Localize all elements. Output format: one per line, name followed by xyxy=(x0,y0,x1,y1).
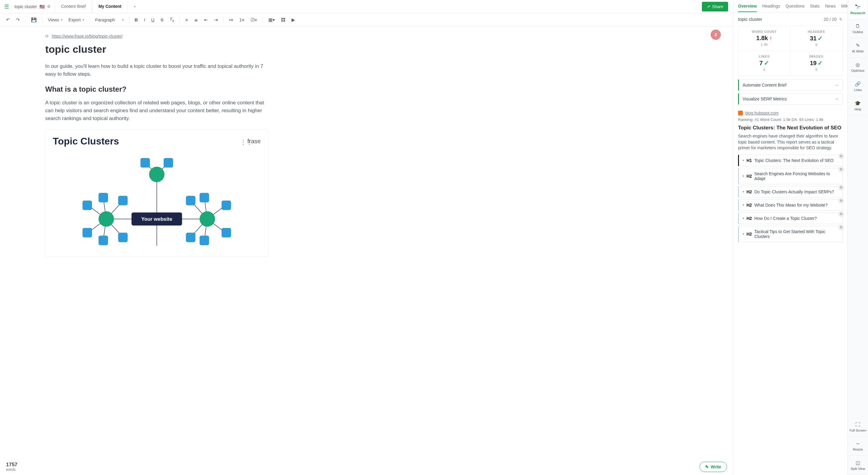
rail-item-split-view[interactable]: ◫Split View xyxy=(848,456,868,475)
serp-heading-item[interactable]: ▾H2 What Does This Mean for my Website?⧉ xyxy=(738,199,843,211)
tab-my-content[interactable]: My Content xyxy=(92,0,127,13)
rail-icon: ◫ xyxy=(849,460,867,466)
chevron-down-icon: ▾ xyxy=(743,190,744,193)
number-list-button[interactable]: 1≡ xyxy=(237,16,247,24)
outdent-button[interactable]: ⇤ xyxy=(202,16,211,24)
indent-button[interactable]: ⇥ xyxy=(212,16,220,24)
serp-result: blog.hubspot.com Ranking: #1 Word Count:… xyxy=(733,108,847,249)
stat-card: LINKS7 ✓4 xyxy=(738,51,790,76)
overview-stats-grid: WORD COUNT1.8k ↑1.9kHEADERS31 ✓8LINKS7 ✓… xyxy=(738,26,843,76)
rail-icon: 🔭 xyxy=(850,4,866,10)
add-tab-button[interactable]: ＋ xyxy=(128,0,142,13)
svg-point-32 xyxy=(99,211,114,227)
copy-icon[interactable]: ⧉ xyxy=(838,225,844,230)
views-select[interactable]: Views▾ xyxy=(45,16,65,24)
underline-button[interactable]: U xyxy=(149,16,157,24)
serp-count[interactable]: 20 / 20 ✎ xyxy=(824,17,843,22)
overview-action[interactable]: Automate Content Brief→ xyxy=(738,79,843,91)
serp-meta: Ranking: #1 Word Count: 1.5k DA: 93 Link… xyxy=(738,117,843,122)
chevron-down-icon: ▾ xyxy=(743,174,744,178)
refresh-icon[interactable]: ⟳ xyxy=(45,34,49,39)
body-paragraph[interactable]: A topic cluster is an organized collecti… xyxy=(45,99,268,123)
svg-rect-30 xyxy=(186,233,196,242)
pencil-icon[interactable]: ✎ xyxy=(839,17,843,22)
rp-tab-headings[interactable]: Headings xyxy=(762,4,780,12)
magic-wand-icon: ✎ xyxy=(705,465,709,469)
redo-button[interactable]: ↷ xyxy=(13,16,22,24)
arrow-right-icon: → xyxy=(835,96,839,101)
bold-button[interactable]: B xyxy=(132,16,141,24)
copy-icon[interactable]: ⧉ xyxy=(838,211,844,217)
table-button[interactable]: ▦▾ xyxy=(266,16,277,24)
menu-icon[interactable]: ☰ xyxy=(0,3,13,10)
research-panel: Overview Headings Questions Stats News W… xyxy=(733,0,847,475)
diagram-center-label: Your website xyxy=(141,216,172,222)
copy-icon[interactable]: ⧉ xyxy=(838,184,844,190)
image-button[interactable]: 🖼 xyxy=(279,16,288,24)
source-domain[interactable]: blog.hubspot.com xyxy=(745,111,779,116)
rail-item-outline[interactable]: 🗒Outline xyxy=(849,19,867,38)
editor-area[interactable]: 2 ⟳ https://www.frase.io/blog/topic-clus… xyxy=(0,27,733,475)
stat-card: WORD COUNT1.8k ↑1.9k xyxy=(738,26,790,51)
serp-heading-item[interactable]: ▾H1 Topic Clusters: The Next Evolution o… xyxy=(738,155,843,166)
clear-format-button[interactable]: Tx xyxy=(167,15,176,25)
section-heading[interactable]: What is a topic cluster? xyxy=(45,85,268,93)
rail-icon: ⛶ xyxy=(849,422,867,427)
video-button[interactable]: ▶ xyxy=(289,16,298,24)
rail-item-optimize[interactable]: ◎Optimize xyxy=(849,58,867,77)
align-center-button[interactable]: ≣ xyxy=(192,16,200,24)
rp-tab-stats[interactable]: Stats xyxy=(810,4,819,12)
rail-item-links[interactable]: 🔗Links xyxy=(849,77,867,96)
share-button[interactable]: ↗ Share xyxy=(702,2,728,11)
rail-item-resize[interactable]: ↔Resize xyxy=(848,437,868,456)
svg-rect-23 xyxy=(118,196,128,205)
intro-paragraph[interactable]: In our guide, you'll learn how to build … xyxy=(45,62,268,79)
italic-button[interactable]: I xyxy=(142,16,148,24)
paragraph-select[interactable]: Paragraph▾ xyxy=(93,16,126,24)
score-badge[interactable]: 2 xyxy=(711,30,721,40)
rp-tab-news[interactable]: News xyxy=(825,4,835,12)
export-select[interactable]: Export▾ xyxy=(66,16,86,24)
save-button[interactable]: 💾 xyxy=(29,16,39,24)
tab-content-brief[interactable]: Content Brief xyxy=(55,0,92,13)
page-url[interactable]: https://www.frase.io/blog/topic-cluster/ xyxy=(52,34,123,39)
serp-heading-item[interactable]: ▾H2 Do Topic Clusters Actually Impact SE… xyxy=(738,186,843,198)
align-left-button[interactable]: ≡ xyxy=(183,16,190,24)
flag-icon: 🇺🇸 xyxy=(39,4,44,9)
rail-icon: ✎ xyxy=(850,42,866,48)
rail-icon: ◎ xyxy=(850,62,866,67)
page-title[interactable]: topic cluster xyxy=(45,43,268,55)
rail-item-full-screen[interactable]: ⛶Full Screen xyxy=(848,418,868,437)
arrow-right-icon: → xyxy=(835,83,839,87)
checklist-button[interactable]: ☑≡ xyxy=(248,16,259,24)
rp-tab-overview[interactable]: Overview xyxy=(738,4,757,12)
stat-card: HEADERS31 ✓8 xyxy=(790,26,843,51)
serp-description: Search engines have changed their algori… xyxy=(738,133,843,151)
strike-button[interactable]: S xyxy=(158,16,166,24)
copy-icon[interactable]: ⧉ xyxy=(838,167,844,173)
rail-item-help[interactable]: 🎓Help xyxy=(849,96,867,116)
serp-heading-item[interactable]: ▾H2 Search Engines Are Forcing Websites … xyxy=(738,168,843,184)
serp-heading-item[interactable]: ▾H2 Tactical Tips to Get Started With To… xyxy=(738,226,843,242)
rail-icon: ↔ xyxy=(849,441,867,446)
serp-title[interactable]: Topic Clusters: The Next Evolution of SE… xyxy=(738,125,843,131)
gear-icon[interactable]: ⚙ xyxy=(47,4,51,9)
rail-item-research[interactable]: 🔭Research xyxy=(849,0,867,19)
undo-button[interactable]: ↶ xyxy=(4,16,12,24)
rp-tab-questions[interactable]: Questions xyxy=(785,4,804,12)
serp-heading-item[interactable]: ▾H2 How Do I Create a Topic Cluster?⧉ xyxy=(738,213,843,224)
write-button[interactable]: ✎ Write xyxy=(700,462,727,472)
overview-action[interactable]: Visualize SERP Metrics→ xyxy=(738,93,843,105)
share-icon: ↗ xyxy=(707,4,710,9)
editor-footer: 1757 words ✎ Write xyxy=(0,459,733,475)
copy-icon[interactable]: ⧉ xyxy=(838,153,844,159)
diagram-title: Topic Clusters xyxy=(53,136,119,147)
overview-actions: Automate Content Brief→Visualize SERP Me… xyxy=(733,76,847,108)
doc-title-text: topic cluster xyxy=(14,4,37,9)
svg-rect-25 xyxy=(222,201,231,210)
bullet-list-button[interactable]: •≡ xyxy=(227,16,236,24)
rail-item-ai-write[interactable]: ✎AI Write xyxy=(849,38,867,58)
copy-icon[interactable]: ⧉ xyxy=(838,198,844,204)
doc-title[interactable]: topic cluster 🇺🇸 ⚙ xyxy=(13,4,55,9)
search-term: topic cluster xyxy=(738,17,762,22)
